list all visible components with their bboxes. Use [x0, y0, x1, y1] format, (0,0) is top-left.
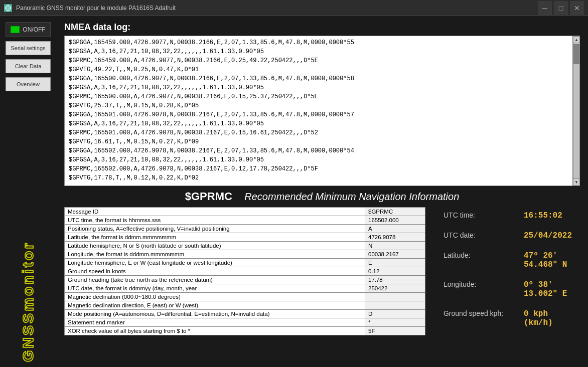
table-row: Statement end marker* [64, 318, 425, 327]
table-value [365, 293, 425, 301]
table-value: 00038.2167 [365, 250, 425, 259]
utc-date-label: UTC date: [444, 231, 514, 239]
nmea-log-line: $GPGSA,A,3,16,27,21,10,08,32,22,,,,,,1.6… [69, 119, 568, 128]
nmea-log-line: $GPGSA,A,3,16,27,21,10,08,32,22,,,,,,1.6… [69, 83, 568, 92]
table-row: Message ID$GPRMC [64, 208, 425, 216]
gprmc-content: Message ID$GPRMCUTC time, the format is … [64, 207, 580, 335]
clear-data-button[interactable]: Clear Data [6, 59, 51, 73]
content-area: NMEA data log: $GPVTG,22.65,T,,M,0.24,N,… [56, 16, 588, 367]
led-indicator [11, 26, 20, 33]
app-icon [4, 4, 12, 12]
table-description: Longitude, the format is dddmm.mmmmmmm [64, 250, 365, 259]
info-panel: UTC time: 16:55:02 UTC date: 25/04/2022 … [435, 207, 580, 335]
nmea-log-line: $GPVTG,17.78,T,,M,0.12,N,0.22,K,D*02 [69, 173, 568, 182]
window-title: Panoramic GNSS monitor pour le module PA… [16, 5, 538, 12]
sidebar: ON/OFF Serial settings Clear Data Overvi… [0, 16, 56, 367]
table-value: 5F [365, 327, 425, 335]
table-value: 0.12 [365, 267, 425, 276]
nmea-section: NMEA data log: $GPVTG,22.65,T,,M,0.24,N,… [64, 22, 580, 186]
window-controls: ─ □ ✕ [538, 1, 584, 15]
longitude-row: Longitude: 0º 38' 13.002" E [444, 280, 572, 298]
serial-settings-button[interactable]: Serial settings [6, 41, 51, 55]
table-row: UTC date, the format is ddmmyy (day, mon… [64, 284, 425, 293]
minimize-button[interactable]: ─ [538, 1, 552, 15]
table-description: Ground speed in knots [64, 267, 365, 276]
table-description: Mode positioning (A=autonomous, D=differ… [64, 310, 365, 318]
groundspeed-label: Ground speed kph: [444, 309, 514, 317]
table-description: Ground heading (take true north as the r… [64, 276, 365, 284]
logo-monitor-text: monitor [20, 241, 37, 311]
nmea-log-line: $GPVTG,16.61,T,,M,0.15,N,0.27,K,D*09 [69, 137, 568, 146]
maximize-button[interactable]: □ [554, 1, 568, 15]
table-row: Ground heading (take true north as the r… [64, 276, 425, 284]
table-description: Message ID [64, 208, 365, 216]
table-row: Ground speed in knots0.12 [64, 267, 425, 276]
table-value: 17.78 [365, 276, 425, 284]
table-value: A [365, 225, 425, 233]
nmea-log-line: $GPGGA,165459.000,4726.9077,N,00038.2166… [69, 38, 568, 47]
table-row: Longitude, the format is dddmm.mmmmmmm00… [64, 250, 425, 259]
table-value: 165502.000 [365, 216, 425, 225]
overview-button[interactable]: Overview [6, 77, 51, 91]
table-description: XOR check value of all bytes starting fr… [64, 327, 365, 335]
nmea-log-line: $GPRMC,165501.000,A,4726.9078,N,00038.21… [69, 128, 568, 137]
nmea-log-line: $GPRMC,165502.000,A,4726.9078,N,00038.21… [69, 164, 568, 173]
gprmc-table: Message ID$GPRMCUTC time, the format is … [64, 207, 425, 335]
nmea-log-line: $GPGSA,A,3,16,27,21,10,08,32,22,,,,,,1.6… [69, 47, 568, 56]
nmea-log-line: $GPRMC,165459.000,A,4726.9077,N,00038.21… [69, 56, 568, 65]
table-row: UTC time, the format is hhmmss.sss165502… [64, 216, 425, 225]
main-layout: ON/OFF Serial settings Clear Data Overvi… [0, 16, 588, 367]
nmea-log-line: $GPVTG,25.37,T,,M,0.15,N,0.28,K,D*05 [69, 101, 568, 110]
table-description: Longitude hemisphere, E or W (east longi… [64, 259, 365, 267]
close-button[interactable]: ✕ [570, 1, 584, 15]
table-value: $GPRMC [365, 208, 425, 216]
table-description: Positioning status, A=effective position… [64, 225, 365, 233]
nmea-title: NMEA data log: [64, 22, 580, 33]
utc-date-row: UTC date: 25/04/2022 [444, 231, 572, 240]
table-row: Longitude hemisphere, E or W (east longi… [64, 259, 425, 267]
table-value: 4726.9078 [365, 233, 425, 242]
scroll-thumb[interactable] [573, 44, 579, 64]
table-value [365, 301, 425, 310]
utc-date-value: 25/04/2022 [524, 231, 572, 240]
utc-time-value: 16:55:02 [524, 211, 562, 220]
groundspeed-row: Ground speed kph: 0 kph (km/h) [444, 309, 572, 327]
table-row: Latitude hemisphere, N or S (north latit… [64, 242, 425, 250]
nmea-log-line: $GPGSA,A,3,16,27,21,10,08,32,22,,,,,,1.6… [69, 155, 568, 164]
table-description: Magnetic declination direction, E (east)… [64, 301, 365, 310]
nmea-log[interactable]: $GPVTG,22.65,T,,M,0.24,N,0.44,K,D*0D$GPG… [64, 36, 573, 186]
scroll-up-arrow[interactable]: ▲ [573, 36, 580, 43]
groundspeed-value: 0 kph (km/h) [524, 309, 572, 327]
table-description: Latitude, the format is ddmm.mmmmmmm [64, 233, 365, 242]
nmea-log-line: $GPRMC,165500.000,A,4726.9077,N,00038.21… [69, 92, 568, 101]
sidebar-logo: monitor GNSS [20, 241, 37, 362]
nmea-scrollbar[interactable]: ▲ ▼ [573, 36, 580, 186]
logo-gnss-text: GNSS [21, 311, 36, 362]
table-row: Magnetic declination (000.0~180.0 degree… [64, 293, 425, 301]
table-value: D [365, 310, 425, 318]
table-description: Magnetic declination (000.0~180.0 degree… [64, 293, 365, 301]
table-row: Mode positioning (A=autonomous, D=differ… [64, 310, 425, 318]
title-bar: Panoramic GNSS monitor pour le module PA… [0, 0, 588, 16]
gprmc-title-bold: $GPRMC [185, 190, 232, 203]
latitude-value: 47º 26' 54.468" N [524, 251, 572, 269]
longitude-value: 0º 38' 13.002" E [524, 280, 572, 298]
scroll-down-arrow[interactable]: ▼ [573, 178, 580, 186]
nmea-log-line: $GPVTG,49.22,T,,M,0.25,N,0.47,K,D*01 [69, 65, 568, 74]
longitude-label: Longitude: [444, 280, 514, 288]
utc-time-row: UTC time: 16:55:02 [444, 211, 572, 220]
table-description: UTC date, the format is ddmmyy (day, mon… [64, 284, 365, 293]
nmea-log-line: $GPGGA,165500.000,4726.9077,N,00038.2166… [69, 74, 568, 83]
table-description: UTC time, the format is hhmmss.sss [64, 216, 365, 225]
table-description: Statement end marker [64, 318, 365, 327]
utc-time-label: UTC time: [444, 211, 514, 219]
table-row: XOR check value of all bytes starting fr… [64, 327, 425, 335]
table-row: Magnetic declination direction, E (east)… [64, 301, 425, 310]
table-value: 250422 [365, 284, 425, 293]
nmea-log-line: $GPGGA,165501.000,4726.9078,N,00038.2167… [69, 110, 568, 119]
gprmc-section: $GPRMC Recommended Minimum Navigation In… [64, 190, 580, 361]
onoff-button[interactable]: ON/OFF [6, 22, 51, 37]
table-value: E [365, 259, 425, 267]
latitude-row: Latitude: 47º 26' 54.468" N [444, 251, 572, 269]
table-value: * [365, 318, 425, 327]
